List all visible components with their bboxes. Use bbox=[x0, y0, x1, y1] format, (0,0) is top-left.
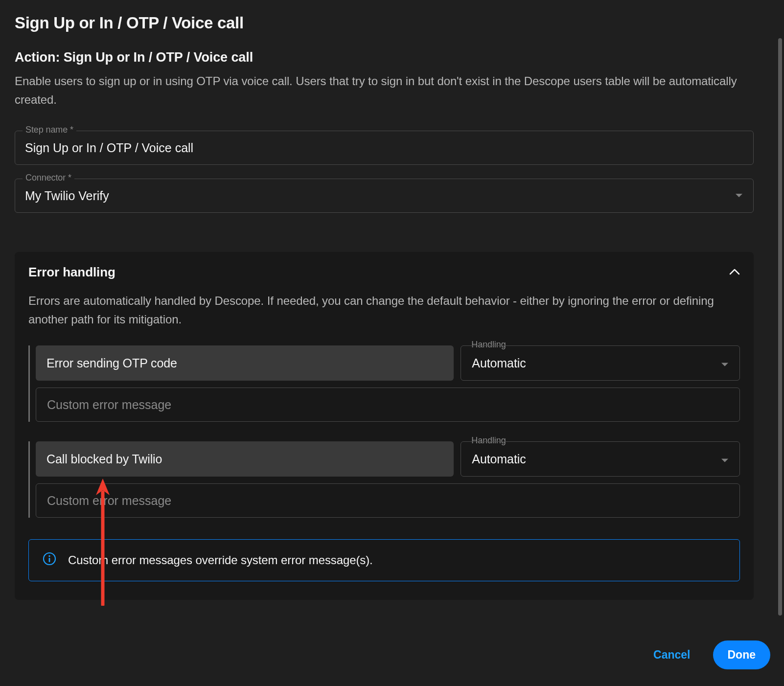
action-title: Action: Sign Up or In / OTP / Voice call bbox=[15, 50, 754, 65]
error-name: Error sending OTP code bbox=[36, 345, 454, 381]
error-handling-header[interactable]: Error handling bbox=[28, 265, 740, 280]
handling-value: Automatic bbox=[472, 452, 526, 466]
custom-error-message-input[interactable] bbox=[36, 483, 740, 518]
chevron-up-icon bbox=[729, 268, 740, 277]
page-title: Sign Up or In / OTP / Voice call bbox=[15, 14, 754, 32]
error-handling-title: Error handling bbox=[28, 265, 115, 280]
dialog-actions: Cancel Done bbox=[643, 640, 770, 669]
content-container: Sign Up or In / OTP / Voice call Action:… bbox=[0, 0, 768, 600]
info-text: Custom error messages override system er… bbox=[68, 553, 373, 567]
step-name-label: Step name * bbox=[23, 125, 76, 135]
connector-field[interactable]: Connector * bbox=[15, 179, 754, 213]
caret-down-icon bbox=[721, 452, 729, 466]
handling-value: Automatic bbox=[472, 356, 526, 370]
svg-point-1 bbox=[48, 555, 50, 557]
action-description: Enable users to sign up or in using OTP … bbox=[15, 72, 749, 109]
done-button[interactable]: Done bbox=[713, 640, 771, 669]
step-name-input[interactable] bbox=[15, 131, 754, 165]
svg-rect-2 bbox=[49, 558, 50, 562]
handling-select[interactable]: Handling Automatic bbox=[461, 345, 740, 381]
connector-select[interactable] bbox=[15, 179, 754, 213]
handling-select[interactable]: Handling Automatic bbox=[461, 441, 740, 477]
error-name: Call blocked by Twilio bbox=[36, 441, 454, 477]
error-block: Error sending OTP code Handling Automati… bbox=[28, 345, 740, 422]
scrollbar[interactable] bbox=[778, 38, 782, 616]
connector-label: Connector * bbox=[23, 173, 74, 183]
cancel-button[interactable]: Cancel bbox=[643, 640, 701, 669]
custom-error-message-input[interactable] bbox=[36, 388, 740, 422]
info-icon bbox=[43, 552, 56, 569]
caret-down-icon bbox=[721, 356, 729, 370]
error-handling-description: Errors are automatically handled by Desc… bbox=[28, 292, 740, 329]
info-callout: Custom error messages override system er… bbox=[28, 539, 740, 581]
error-block: Call blocked by Twilio Handling Automati… bbox=[28, 441, 740, 518]
step-name-field: Step name * bbox=[15, 131, 754, 165]
error-handling-card: Error handling Errors are automatically … bbox=[15, 252, 754, 600]
